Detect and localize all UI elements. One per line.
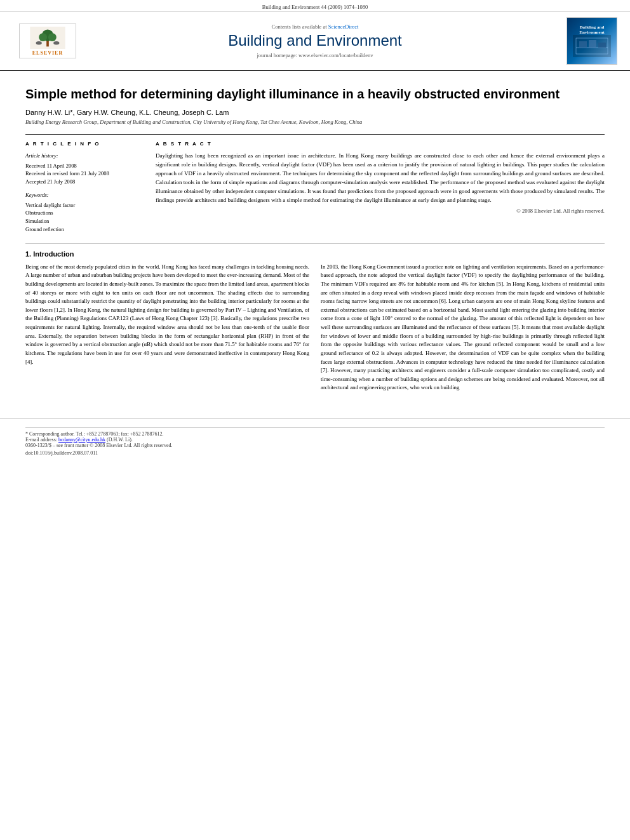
journal-citation: Building and Environment 44 (2009) 1074–… <box>262 4 368 10</box>
journal-cover-image: Building and Environment <box>566 17 617 65</box>
article-info-abstract-section: A R T I C L E I N F O Article history: R… <box>25 134 605 234</box>
affiliation-line: Building Energy Research Group, Departme… <box>25 119 605 126</box>
article-info-column: A R T I C L E I N F O Article history: R… <box>25 141 143 234</box>
email-link[interactable]: bcdanny@cityu.edu.hk <box>58 437 105 443</box>
page: Building and Environment 44 (2009) 1074–… <box>0 0 630 840</box>
keyword-4: Ground reflection <box>25 225 143 234</box>
main-content: Simple method for determining daylight i… <box>0 71 630 406</box>
svg-rect-10 <box>579 41 587 48</box>
abstract-column: A B S T R A C T Daylighting has long bee… <box>156 141 605 234</box>
svg-rect-11 <box>589 40 596 48</box>
journal-top-bar: Building and Environment 44 (2009) 1074–… <box>0 0 630 12</box>
abstract-header: A B S T R A C T <box>156 141 605 147</box>
accepted-date: Accepted 21 July 2008 <box>25 178 143 186</box>
science-direct-link[interactable]: ScienceDirect <box>328 23 359 30</box>
intro-para-2: In 2003, the Hong Kong Government issued… <box>321 263 605 392</box>
journal-name: Building and Environment <box>89 32 541 50</box>
cover-text-line1: Building and <box>580 25 605 30</box>
issn-note: 0360-1323/$ – see front matter © 2008 El… <box>25 443 605 448</box>
email-label: E-mail address: <box>25 437 57 443</box>
svg-rect-12 <box>598 43 606 48</box>
keywords-label: Keywords: <box>25 191 143 199</box>
intro-body-columns: Being one of the most densely populated … <box>25 263 605 396</box>
introduction-section: 1. Introduction Being one of the most de… <box>25 243 605 396</box>
received-date: Received 11 April 2008 <box>25 162 143 170</box>
copyright-line: © 2008 Elsevier Ltd. All rights reserved… <box>156 208 605 214</box>
elsevier-logo: ELSEVIER <box>19 23 76 58</box>
revised-date: Received in revised form 21 July 2008 <box>25 170 143 178</box>
corresponding-tel: * Corresponding author. Tel.: +852 27887… <box>25 431 163 437</box>
keyword-2: Obstructions <box>25 209 143 217</box>
email-suffix: (D.H.W. Li). <box>107 437 133 443</box>
page-footer: * Corresponding author. Tel.: +852 27887… <box>0 418 630 463</box>
corresponding-author-note: * Corresponding author. Tel.: +852 27887… <box>25 427 605 443</box>
cover-graphic <box>573 35 611 57</box>
elsevier-tree-icon <box>29 27 67 49</box>
article-title: Simple method for determining daylight i… <box>25 86 605 102</box>
svg-point-5 <box>36 41 42 45</box>
keyword-3: Simulation <box>25 217 143 225</box>
svg-point-3 <box>39 33 47 41</box>
cover-text-line2: Environment <box>579 30 605 35</box>
authors-line: Danny H.W. Li*, Gary H.W. Cheung, K.L. C… <box>25 109 605 116</box>
journal-title-block: Contents lists available at ScienceDirec… <box>83 23 547 59</box>
journal-homepage: journal homepage: www.elsevier.com/locat… <box>89 52 541 58</box>
article-info-header: A R T I C L E I N F O <box>25 141 143 147</box>
intro-heading: 1. Introduction <box>25 250 605 258</box>
journal-cover-block: Building and Environment <box>547 17 617 65</box>
abstract-text: Daylighting has long been recognized as … <box>156 152 605 205</box>
svg-point-4 <box>48 33 57 41</box>
elsevier-brand-text: ELSEVIER <box>32 50 63 56</box>
elsevier-logo-block: ELSEVIER <box>13 23 83 58</box>
keyword-1: Vertical daylight factor <box>25 201 143 210</box>
intro-col-left: Being one of the most densely populated … <box>25 263 309 396</box>
journal-header: ELSEVIER Contents lists available at Sci… <box>0 12 630 71</box>
article-info-block: Article history: Received 11 April 2008 … <box>25 152 143 234</box>
authors-text: Danny H.W. Li*, Gary H.W. Cheung, K.L. C… <box>25 109 229 116</box>
doi-note: doi:10.1016/j.buildenv.2008.07.011 <box>25 450 605 456</box>
science-direct-line: Contents lists available at ScienceDirec… <box>89 23 541 30</box>
intro-para-1: Being one of the most densely populated … <box>25 263 309 367</box>
history-label: Article history: <box>25 152 143 160</box>
svg-point-6 <box>53 41 59 45</box>
intro-col-right: In 2003, the Hong Kong Government issued… <box>321 263 605 396</box>
